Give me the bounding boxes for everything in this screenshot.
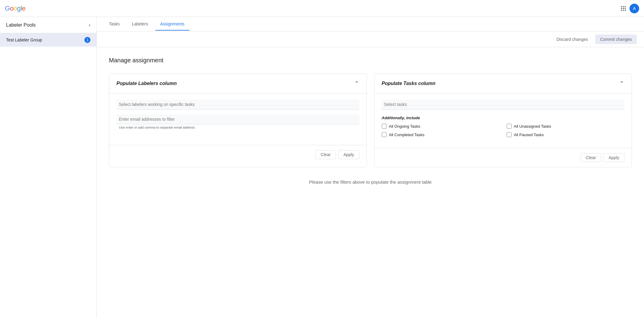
sidebar: Labeler Pools ‹ Test Labeler Group 1 xyxy=(0,17,97,318)
checkbox-all-ongoing-tasks-input[interactable] xyxy=(382,124,387,129)
labelers-select-input[interactable] xyxy=(116,100,359,110)
additionally-title: Additionally, include xyxy=(382,116,625,120)
labelers-panel-footer: Clear Apply xyxy=(109,145,367,164)
labelers-select-field xyxy=(116,100,359,110)
checkbox-all-unassigned-tasks[interactable]: All Unassigned Tasks xyxy=(507,124,624,129)
page-title: Manage assignment xyxy=(109,57,632,64)
panels-row: Populate Labelers column ⌃ Use enter or … xyxy=(109,74,632,167)
tab-tasks[interactable]: Tasks xyxy=(104,18,125,31)
tasks-panel-body: Additionally, include All Ongoing Tasks … xyxy=(374,93,632,143)
checkbox-all-paused-tasks-label: All Paused Tasks xyxy=(514,133,544,137)
email-filter-input[interactable] xyxy=(116,114,359,124)
empty-state-message: Please use the filters above to populate… xyxy=(109,179,632,185)
additionally-section: Additionally, include All Ongoing Tasks … xyxy=(382,116,625,137)
tab-assignments[interactable]: Assignments xyxy=(155,18,189,31)
checkbox-all-unassigned-tasks-label: All Unassigned Tasks xyxy=(514,124,551,129)
nav-tabs: Tasks Labelers Assignments xyxy=(97,17,644,31)
sidebar-item-label: Test Labeler Group xyxy=(6,38,42,42)
checkbox-all-completed-tasks-label: All Completed Tasks xyxy=(389,133,425,137)
labelers-panel-title: Populate Labelers column xyxy=(116,81,177,86)
apps-icon[interactable] xyxy=(620,5,627,12)
labelers-panel-header: Populate Labelers column ⌃ xyxy=(109,74,367,93)
top-right-actions: A xyxy=(620,4,639,13)
email-hint: Use enter or add comma to separate email… xyxy=(116,126,359,129)
sidebar-header: Labeler Pools ‹ xyxy=(0,17,96,33)
tasks-apply-button[interactable]: Apply xyxy=(603,153,624,162)
action-bar: Discard changes Commit changes xyxy=(97,31,644,47)
checkbox-all-ongoing-tasks-label: All Ongoing Tasks xyxy=(389,124,420,129)
google-logo: Google xyxy=(5,5,25,12)
labelers-clear-button[interactable]: Clear xyxy=(315,150,336,159)
tasks-select-field xyxy=(382,100,625,110)
main-layout: Labeler Pools ‹ Test Labeler Group 1 Tas… xyxy=(0,17,644,318)
tasks-panel: Populate Tasks column ⌃ Additionally, in… xyxy=(374,74,632,167)
tasks-panel-collapse-button[interactable]: ⌃ xyxy=(619,80,624,87)
sidebar-item-test-labeler-group[interactable]: Test Labeler Group 1 xyxy=(0,33,96,47)
checkbox-all-paused-tasks-input[interactable] xyxy=(507,132,512,137)
page-content: Manage assignment Populate Labelers colu… xyxy=(97,47,644,318)
checkbox-all-unassigned-tasks-input[interactable] xyxy=(507,124,512,129)
sidebar-item-badge: 1 xyxy=(84,37,90,43)
checkbox-all-completed-tasks[interactable]: All Completed Tasks xyxy=(382,132,499,137)
labelers-panel-body: Use enter or add comma to separate email… xyxy=(109,93,367,140)
labelers-panel-collapse-button[interactable]: ⌃ xyxy=(354,80,359,87)
avatar[interactable]: A xyxy=(629,4,639,13)
logo-text: Google xyxy=(5,5,25,12)
labelers-panel: Populate Labelers column ⌃ Use enter or … xyxy=(109,74,367,167)
tasks-clear-button[interactable]: Clear xyxy=(581,153,601,162)
labelers-apply-button[interactable]: Apply xyxy=(338,150,359,159)
email-filter-field: Use enter or add comma to separate email… xyxy=(116,114,359,129)
tasks-panel-header: Populate Tasks column ⌃ xyxy=(374,74,632,93)
tasks-panel-footer: Clear Apply xyxy=(374,148,632,167)
checkboxes-grid: All Ongoing Tasks All Unassigned Tasks A… xyxy=(382,124,625,137)
checkbox-all-completed-tasks-input[interactable] xyxy=(382,132,387,137)
checkbox-all-paused-tasks[interactable]: All Paused Tasks xyxy=(507,132,624,137)
checkbox-all-ongoing-tasks[interactable]: All Ongoing Tasks xyxy=(382,124,499,129)
commit-changes-button[interactable]: Commit changes xyxy=(595,34,637,44)
sidebar-collapse-button[interactable]: ‹ xyxy=(89,22,90,28)
tasks-panel-title: Populate Tasks column xyxy=(382,81,436,86)
discard-changes-button[interactable]: Discard changes xyxy=(553,34,592,44)
tasks-select-input[interactable] xyxy=(382,100,625,110)
content-area: Tasks Labelers Assignments Discard chang… xyxy=(97,17,644,318)
top-bar: Google A xyxy=(0,0,644,17)
sidebar-title: Labeler Pools xyxy=(6,22,36,28)
tab-labelers[interactable]: Labelers xyxy=(127,18,153,31)
